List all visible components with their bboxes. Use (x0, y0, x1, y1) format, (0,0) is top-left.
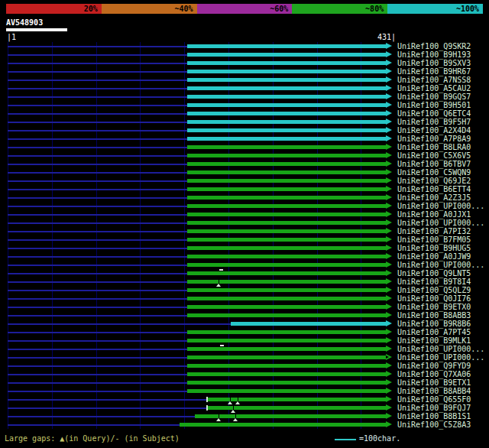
alignment-row[interactable]: UniRef100_A5CAU2 (0, 84, 489, 93)
hit-accession[interactable]: UniRef100_UPI000... (397, 353, 484, 362)
hsp-bar[interactable] (187, 297, 386, 300)
hsp-bar[interactable] (187, 221, 386, 225)
hsp-bar[interactable] (187, 112, 386, 115)
alignment-row[interactable]: UniRef100_B9R8B6 (0, 320, 489, 328)
hsp-bar[interactable] (206, 398, 386, 401)
hit-accession[interactable]: UniRef100_B8ABB3 (397, 311, 471, 320)
alignment-row[interactable]: UniRef100_A2Z3J5 (0, 193, 489, 202)
alignment-row[interactable]: UniRef100_B8ABB4 (0, 387, 489, 395)
alignment-row[interactable]: UniRef100_B9MLK1 (0, 336, 489, 345)
hit-accession[interactable]: UniRef100_B9HUG5 (397, 244, 471, 252)
alignment-row[interactable]: UniRef100_C5Z8A3 (0, 420, 489, 429)
hsp-bar[interactable] (187, 372, 386, 376)
hsp-bar[interactable] (187, 204, 386, 208)
alignment-row[interactable]: UniRef100_UPI000... (0, 261, 489, 269)
alignment-row[interactable]: UniRef100_Q6ETC4 (0, 109, 489, 118)
alignment-row[interactable]: UniRef100_A7P8A9 (0, 135, 489, 143)
hsp-bar[interactable] (187, 389, 386, 393)
hit-accession[interactable]: UniRef100_B9ETX0 (397, 303, 471, 311)
hit-accession[interactable]: UniRef100_UPI000... (397, 202, 484, 210)
alignment-row[interactable]: UniRef100_B8ABB3 (0, 311, 489, 320)
hsp-bar[interactable] (187, 162, 386, 166)
alignment-row[interactable]: UniRef100_A0JJW9 (0, 252, 489, 261)
hsp-bar[interactable] (187, 381, 386, 385)
alignment-row[interactable]: UniRef100_A7NSS8 (0, 76, 489, 84)
hsp-bar[interactable] (187, 305, 386, 309)
hit-accession[interactable]: UniRef100_A0JJW9 (397, 252, 471, 261)
hit-accession[interactable]: UniRef100_A7NSS8 (397, 76, 471, 84)
hit-accession[interactable]: UniRef100_C5WQN9 (397, 168, 471, 177)
hit-accession[interactable]: UniRef100_Q0JI76 (397, 294, 471, 303)
alignment-row[interactable]: UniRef100_B7FM05 (0, 235, 489, 244)
alignment-row[interactable]: UniRef100_Q9LNT5 (0, 269, 489, 278)
hsp-bar[interactable] (187, 70, 386, 73)
alignment-row[interactable]: UniRef100_B9H501 (0, 101, 489, 109)
hsp-bar[interactable] (187, 137, 386, 141)
hsp-bar[interactable] (187, 170, 386, 174)
alignment-row[interactable]: UniRef100_B6ETT4 (0, 185, 489, 193)
alignment-row[interactable]: UniRef100_C5X6V5 (0, 151, 489, 160)
hsp-bar[interactable] (187, 229, 386, 233)
hsp-bar[interactable] (187, 78, 386, 82)
hit-accession[interactable]: UniRef100_A7PI32 (397, 227, 471, 235)
hsp-bar[interactable] (187, 154, 386, 157)
alignment-row[interactable]: UniRef100_B9SXV3 (0, 59, 489, 67)
alignment-row[interactable]: UniRef100_UPI000... (0, 202, 489, 210)
hit-accession[interactable]: UniRef100_A2X4D4 (397, 126, 471, 135)
hit-accession[interactable]: UniRef100_B9T8I4 (397, 278, 471, 286)
hsp-bar[interactable] (187, 53, 386, 57)
hit-accession[interactable]: UniRef100_B6ETT4 (397, 185, 471, 193)
hit-accession[interactable]: UniRef100_A2Z3J5 (397, 193, 471, 202)
hsp-bar[interactable] (187, 364, 386, 368)
alignment-row[interactable]: UniRef100_B6TBV7 (0, 160, 489, 168)
hit-accession[interactable]: UniRef100_Q9LNT5 (397, 269, 471, 278)
alignment-row[interactable]: UniRef100_B9HR67 (0, 67, 489, 76)
hsp-bar[interactable] (187, 86, 386, 90)
hit-accession[interactable]: UniRef100_UPI000... (397, 219, 484, 227)
hit-accession[interactable]: UniRef100_C5Z8A3 (397, 420, 471, 429)
alignment-row[interactable]: UniRef100_B9HUG5 (0, 244, 489, 252)
alignment-row[interactable]: UniRef100_Q9SKR2 (0, 42, 489, 50)
alignment-row[interactable]: UniRef100_A7PT45 (0, 328, 489, 336)
hit-accession[interactable]: UniRef100_B9GQS7 (397, 93, 471, 101)
hit-accession[interactable]: UniRef100_B9R8B6 (397, 320, 471, 328)
hit-accession[interactable]: UniRef100_Q6ETC4 (397, 109, 471, 118)
alignment-row[interactable]: UniRef100_Q69JE2 (0, 177, 489, 185)
alignment-row[interactable]: UniRef100_Q9FYD9 (0, 362, 489, 370)
hsp-bar[interactable] (231, 322, 386, 326)
alignment-row[interactable]: UniRef100_Q655F0 (0, 395, 489, 404)
hit-accession[interactable]: UniRef100_B9MLK1 (397, 336, 471, 345)
hit-accession[interactable]: UniRef100_Q69JE2 (397, 177, 471, 185)
hit-accession[interactable]: UniRef100_B8B1S1 (397, 412, 471, 420)
alignment-row[interactable]: UniRef100_B9H193 (0, 50, 489, 59)
hit-accession[interactable]: UniRef100_B9F5H7 (397, 118, 471, 126)
hit-accession[interactable]: UniRef100_Q655F0 (397, 395, 471, 404)
hsp-bar[interactable] (187, 263, 386, 267)
hit-accession[interactable]: UniRef100_B7FM05 (397, 235, 471, 244)
hit-accession[interactable]: UniRef100_B9FQJ7 (397, 404, 471, 412)
hit-accession[interactable]: UniRef100_Q7XA06 (397, 370, 471, 378)
hit-accession[interactable]: UniRef100_B9ETX1 (397, 378, 471, 387)
hsp-bar[interactable] (180, 423, 386, 427)
hit-accession[interactable]: UniRef100_C5X6V5 (397, 151, 471, 160)
alignment-row[interactable]: UniRef100_B8LRA0 (0, 143, 489, 151)
hit-accession[interactable]: UniRef100_B9HR67 (397, 67, 471, 76)
hit-accession[interactable]: UniRef100_A5CAU2 (397, 84, 471, 93)
alignment-row[interactable]: UniRef100_B9ETX0 (0, 303, 489, 311)
hit-accession[interactable]: UniRef100_A0JJX1 (397, 210, 471, 219)
alignment-row[interactable]: UniRef100_C5WQN9 (0, 168, 489, 177)
hit-accession[interactable]: UniRef100_B6TBV7 (397, 160, 471, 168)
hsp-bar[interactable] (187, 120, 386, 124)
alignment-row[interactable]: UniRef100_Q7XA06 (0, 370, 489, 378)
hsp-bar[interactable] (187, 255, 386, 258)
alignment-row[interactable]: UniRef100_UPI000... (0, 219, 489, 227)
hsp-bar[interactable] (187, 95, 386, 99)
hit-accession[interactable]: UniRef100_UPI000... (397, 261, 484, 269)
alignment-row[interactable]: UniRef100_A2X4D4 (0, 126, 489, 135)
alignment-row[interactable]: UniRef100_A7PI32 (0, 227, 489, 235)
hsp-bar[interactable] (187, 313, 386, 317)
hsp-bar[interactable] (187, 355, 386, 359)
hsp-bar[interactable] (187, 213, 386, 216)
hsp-bar[interactable] (187, 145, 386, 149)
hit-accession[interactable]: UniRef100_Q9FYD9 (397, 362, 471, 370)
